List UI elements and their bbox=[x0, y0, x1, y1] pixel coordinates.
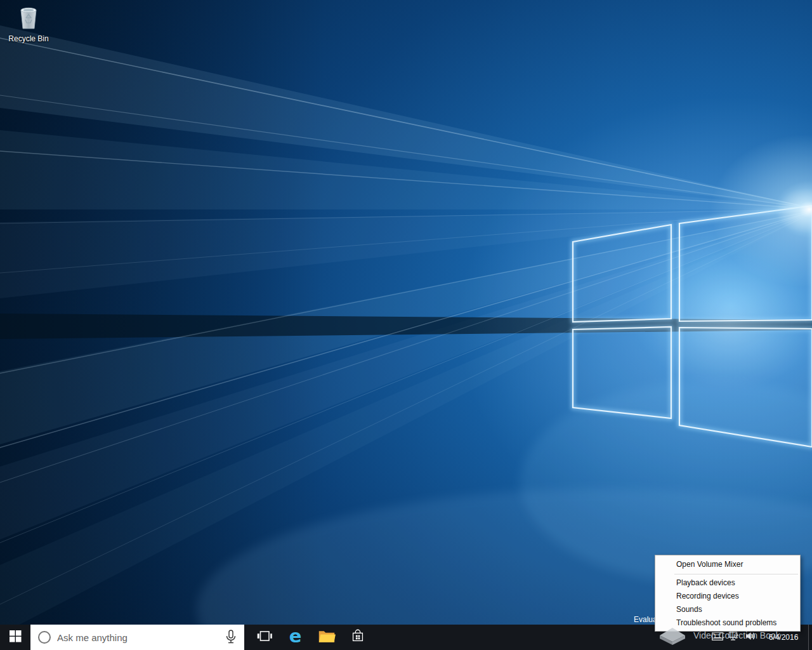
watermark-book-icon bbox=[656, 623, 689, 647]
windows-desktop: Recycle Bin Evalua Open Volume Mixer Pla… bbox=[0, 0, 812, 650]
screenshot-watermark: Video Collection Book bbox=[656, 623, 780, 647]
wallpaper-image bbox=[0, 0, 812, 650]
taskbar-buttons: e bbox=[249, 625, 373, 650]
task-view-button[interactable] bbox=[249, 625, 280, 650]
volume-context-menu: Open Volume Mixer Playback devices Recor… bbox=[655, 555, 801, 632]
menu-item-playback-devices[interactable]: Playback devices bbox=[655, 576, 800, 590]
recycle-bin-glyph-icon bbox=[15, 4, 43, 33]
menu-separator bbox=[674, 574, 798, 574]
file-explorer-icon bbox=[318, 628, 336, 646]
cortana-icon[interactable] bbox=[38, 631, 51, 644]
windows-logo-icon bbox=[10, 630, 22, 645]
menu-item-open-volume-mixer[interactable]: Open Volume Mixer bbox=[655, 557, 800, 572]
menu-item-recording-devices[interactable]: Recording devices bbox=[655, 590, 800, 603]
task-view-icon bbox=[256, 628, 273, 647]
windows-store-button[interactable] bbox=[342, 625, 373, 650]
search-input[interactable] bbox=[51, 625, 224, 650]
evaluation-watermark-text: Evalua bbox=[634, 615, 657, 624]
edge-browser-button[interactable]: e bbox=[280, 625, 311, 650]
recycle-bin-icon[interactable]: Recycle Bin bbox=[3, 4, 55, 43]
start-button[interactable] bbox=[0, 625, 30, 650]
file-explorer-button[interactable] bbox=[311, 625, 342, 650]
menu-item-sounds[interactable]: Sounds bbox=[655, 603, 800, 616]
recycle-bin-label: Recycle Bin bbox=[8, 34, 48, 43]
microphone-icon[interactable] bbox=[224, 629, 238, 646]
show-desktop-button[interactable] bbox=[808, 625, 812, 650]
edge-icon: e bbox=[289, 627, 302, 646]
cortana-search-box[interactable] bbox=[30, 625, 244, 650]
watermark-text: Video Collection Book bbox=[693, 630, 780, 640]
store-bag-icon bbox=[350, 628, 366, 647]
